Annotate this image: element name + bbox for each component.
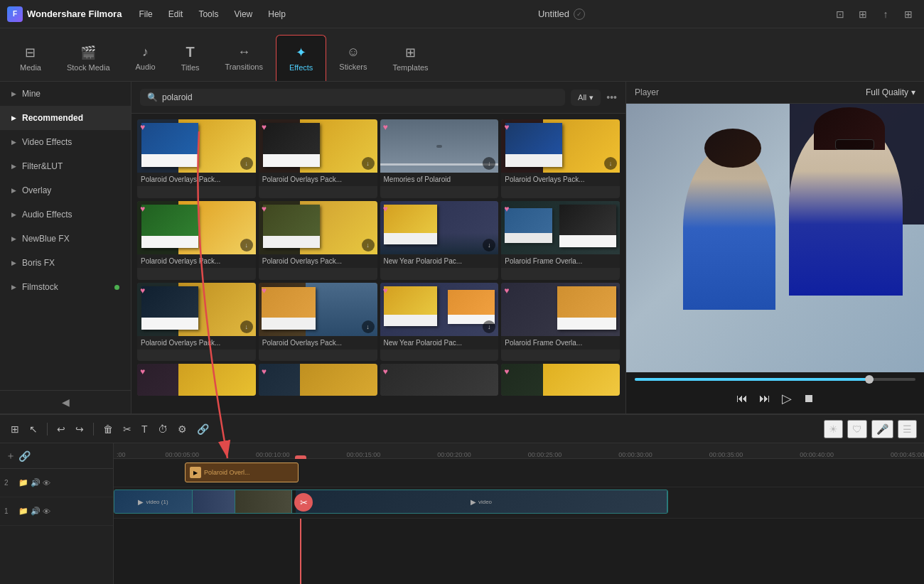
effect-download-10[interactable]: ↓ (362, 320, 375, 333)
sidebar-item-filter-lut[interactable]: ▶ Filter&LUT (0, 154, 131, 178)
timeline-timer-btn[interactable]: ⏱ (154, 421, 171, 437)
tab-effects[interactable]: ✦ Effects (276, 35, 326, 81)
tl-volume-icon-1[interactable]: 🔊 (31, 507, 41, 516)
tl-overlay-clip[interactable]: ▶ Polaroid Overl... (185, 463, 299, 482)
sidebar-item-video-effects[interactable]: ▶ Video Effects (0, 130, 131, 154)
effect-download-2[interactable]: ↓ (362, 157, 375, 170)
effect-fav-15: ♥ (383, 367, 388, 377)
effect-item-10[interactable]: ♥ ↓ Polaroid Overlays Pack... (259, 283, 377, 362)
tl-volume-icon-2[interactable]: 🔊 (31, 478, 41, 487)
tl-folder-icon-2[interactable]: 📁 (18, 478, 28, 487)
tab-titles[interactable]: T Titles (168, 35, 213, 81)
play-icon-small-3: ▶ (471, 498, 476, 506)
effect-item-8[interactable]: ♥ Polaroid Frame Overla... (501, 201, 620, 280)
scissors-icon: ✂ (294, 493, 313, 512)
effect-thumb-4: ♥ ↓ (501, 119, 620, 173)
sidebar-item-newblue-fx[interactable]: ▶ NewBlue FX (0, 227, 131, 251)
timeline-text-btn[interactable]: T (138, 421, 151, 437)
search-icon: 🔍 (147, 92, 158, 102)
effect-item-6[interactable]: ♥ ↓ Polaroid Overlays Pack... (259, 201, 377, 280)
tl-video-track[interactable]: ▶ video (1) ▶ video (114, 490, 668, 514)
stop-button[interactable]: ⏹ (803, 392, 815, 405)
window-mode-icon[interactable]: ⊡ (832, 6, 849, 23)
more-options-btn[interactable]: ••• (606, 92, 617, 103)
effect-download-1[interactable]: ↓ (240, 157, 253, 170)
tl-eye-icon-2[interactable]: 👁 (43, 479, 50, 487)
progress-bar[interactable] (635, 378, 915, 381)
sidebar-item-overlay[interactable]: ▶ Overlay (0, 178, 131, 202)
tl-add-icon[interactable]: ＋ (6, 450, 16, 463)
timeline-undo-btn[interactable]: ↩ (53, 421, 69, 437)
filter-label: All (578, 93, 586, 102)
effect-item-14[interactable]: ♥ (259, 364, 377, 396)
layout-icon[interactable]: ⊞ (900, 6, 917, 23)
effect-item-5[interactable]: ♥ ↓ Polaroid Overlays Pack... (137, 201, 256, 280)
sidebar-item-boris-fx[interactable]: ▶ Boris FX (0, 251, 131, 275)
menu-view[interactable]: View (228, 6, 258, 22)
menu-tools[interactable]: Tools (193, 6, 224, 22)
effect-item-4[interactable]: ♥ ↓ Polaroid Overlays Pack... (501, 119, 620, 198)
menu-help[interactable]: Help (262, 6, 291, 22)
effect-download-4[interactable]: ↓ (604, 157, 617, 170)
timeline-link-btn[interactable]: 🔗 (193, 421, 213, 437)
sidebar-item-filmstock[interactable]: ▶ Filmstock (0, 275, 131, 299)
timeline-cursor-btn[interactable]: ↖ (26, 421, 41, 437)
filmstock-dot (114, 285, 119, 290)
tl-shield-btn[interactable]: 🛡 (847, 420, 867, 438)
tl-sun-btn[interactable]: ☀ (824, 420, 843, 438)
timeline-snap-btn[interactable]: ⊞ (7, 421, 23, 437)
sidebar-item-mine[interactable]: ▶ Mine (0, 82, 131, 106)
effect-download-5[interactable]: ↓ (240, 239, 253, 252)
sidebar-item-recommended[interactable]: ▶ Recommended (0, 106, 131, 130)
tab-audio[interactable]: ♪ Audio (123, 35, 168, 81)
effect-item-1[interactable]: ♥ ↓ Polaroid Overlays Pack... (137, 119, 256, 198)
progress-fill (635, 378, 874, 381)
tl-eye-icon-1[interactable]: 👁 (43, 507, 50, 516)
effect-item-15[interactable]: ♥ (380, 364, 499, 396)
tl-folder-icon-1[interactable]: 📁 (18, 507, 28, 516)
filter-dropdown[interactable]: All ▾ (571, 90, 601, 106)
tab-templates[interactable]: ⊞ Templates (380, 35, 441, 81)
step-forward-button[interactable]: ⏭ (759, 392, 770, 405)
timeline-cut-btn[interactable]: ✂ (119, 421, 135, 437)
menu-file[interactable]: File (133, 6, 158, 22)
effect-item-13[interactable]: ♥ (137, 364, 256, 396)
tab-transitions[interactable]: ↔ Transitions (213, 35, 276, 81)
save-cloud-icon[interactable]: ⊞ (854, 6, 871, 23)
effect-item-11[interactable]: ♥ ↓ New Year Polaroid Pac... (380, 283, 499, 362)
step-back-button[interactable]: ⏮ (736, 392, 748, 405)
search-input[interactable] (162, 92, 558, 102)
effect-label-6: Polaroid Overlays Pack... (259, 254, 377, 268)
effect-item-7[interactable]: ♥ ↓ New Year Polaroid Pac... (380, 201, 499, 280)
sidebar-arrow-overlay: ▶ (11, 187, 16, 194)
progress-thumb[interactable] (865, 375, 874, 384)
sidebar-collapse-btn[interactable]: ◀ (0, 390, 131, 413)
timeline-adjust-btn[interactable]: ⚙ (174, 421, 190, 437)
tab-media[interactable]: ⊟ Media (7, 35, 54, 81)
effect-item-9[interactable]: ♥ ↓ Polaroid Overlays Pack... (137, 283, 256, 362)
effect-download-11[interactable]: ↓ (483, 320, 495, 333)
effect-thumb-11: ♥ ↓ (380, 283, 499, 336)
sidebar-item-audio-effects[interactable]: ▶ Audio Effects (0, 202, 131, 227)
effect-item-2[interactable]: ♥ ↓ Polaroid Overlays Pack... (259, 119, 377, 198)
effect-download-9[interactable]: ↓ (240, 320, 253, 333)
tab-transitions-label: Transitions (225, 63, 263, 71)
quality-selector[interactable]: Full Quality ▾ (866, 87, 915, 97)
tab-stickers[interactable]: ☺ Stickers (326, 35, 380, 81)
menu-edit[interactable]: Edit (163, 6, 189, 22)
upload-icon[interactable]: ↑ (877, 6, 894, 23)
effect-download-7[interactable]: ↓ (483, 239, 495, 252)
effect-download-6[interactable]: ↓ (362, 239, 375, 252)
play-button[interactable]: ▷ (782, 391, 792, 406)
effect-item-3[interactable]: ♥ ↓ Memories of Polaroid (380, 119, 499, 198)
effect-item-16[interactable]: ♥ (501, 364, 620, 396)
timeline-delete-btn[interactable]: 🗑 (100, 421, 117, 437)
effect-item-12[interactable]: ♥ Polaroid Frame Overla... (501, 283, 620, 362)
tl-mic-btn[interactable]: 🎤 (871, 420, 893, 438)
timeline-redo-btn[interactable]: ↪ (72, 421, 87, 437)
sidebar-arrow-filmstock: ▶ (11, 283, 16, 291)
tl-list-btn[interactable]: ☰ (898, 420, 917, 438)
tab-stock-media[interactable]: 🎬 Stock Media (54, 35, 123, 81)
tl-link-icon[interactable]: 🔗 (18, 450, 31, 462)
tl-clip-icon: ▶ (190, 467, 201, 478)
